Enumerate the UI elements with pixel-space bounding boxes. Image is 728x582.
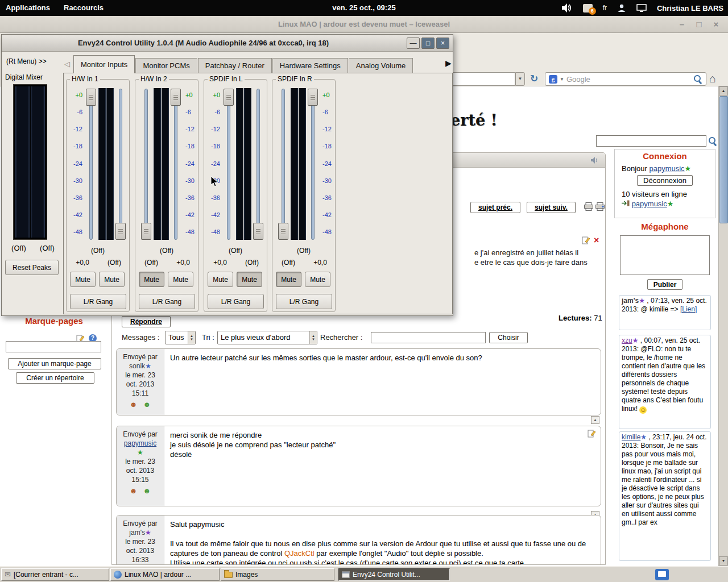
rt-menu-label[interactable]: (Rt Menu) >> [6, 57, 47, 65]
browser-titlebar[interactable]: Linux MAO | ardour est devenu muet – Ice… [0, 16, 728, 33]
screen-icon[interactable] [636, 4, 647, 13]
tab-hardware-settings[interactable]: Hardware Settings [272, 58, 348, 73]
tab-monitor-inputs[interactable]: Monitor Inputs [73, 55, 135, 73]
site-search-icon[interactable] [708, 136, 717, 146]
prev-topic-button[interactable]: sujet préc. [470, 202, 520, 213]
avatar-icon[interactable]: ☻ [143, 400, 151, 409]
left-fader-track[interactable] [89, 89, 93, 240]
megaphone-author-link[interactable]: xzu [622, 336, 632, 344]
next-topic-button[interactable]: sujet suiv. [527, 202, 576, 213]
tab-patchbay-router[interactable]: Patchbay / Router [198, 58, 272, 73]
notification-icon[interactable]: 6 [583, 4, 593, 13]
taskbar-item-courrier[interactable]: ✉ [Courrier entrant - c... [1, 568, 109, 581]
browser-minimize-button[interactable]: – [675, 16, 689, 33]
taskbar-item-images[interactable]: Images [221, 568, 334, 581]
search-input[interactable]: g ▼ Google [545, 72, 706, 86]
sound-toggle-icon[interactable] [590, 156, 599, 164]
left-fader-handle[interactable] [86, 89, 96, 106]
qjackctl-link[interactable]: QJackCtl [284, 549, 315, 558]
lr-gang-button[interactable]: L/R Gang [276, 294, 332, 309]
site-search-input[interactable] [596, 135, 706, 147]
print-icon[interactable] [584, 202, 593, 211]
megaphone-author-link[interactable]: jam's [622, 297, 639, 305]
reload-icon[interactable]: ↻ [528, 73, 540, 85]
close-button[interactable]: × [436, 38, 449, 49]
envy24-titlebar[interactable]: Envy24 Control Utility 1.0.4 (M Audio Au… [2, 35, 453, 52]
author-link[interactable]: papymusic [124, 439, 156, 447]
add-bookmark-button[interactable]: Ajouter un marque-page [8, 358, 101, 369]
choose-button[interactable]: Choisir [489, 332, 528, 343]
bookmark-name-input[interactable] [6, 341, 101, 352]
left-fader-handle[interactable] [278, 223, 288, 240]
tray-icon[interactable] [655, 569, 669, 580]
megaphone-entry-link[interactable]: [Lien] [680, 305, 697, 313]
edit-post-icon[interactable] [582, 236, 590, 244]
logout-button[interactable]: Déconnexion [637, 175, 693, 186]
browser-close-button[interactable]: × [709, 16, 723, 33]
right-mute-button[interactable]: Mute [305, 272, 330, 287]
left-mute-button[interactable]: Mute [276, 272, 301, 287]
taskbar-item-linuxmao[interactable]: Linux MAO | ardour ... [110, 568, 220, 581]
right-fader-track[interactable] [119, 89, 122, 240]
left-mute-button[interactable]: Mute [208, 272, 233, 287]
location-dropdown-icon[interactable]: ▼ [515, 72, 525, 86]
scrollbar-thumb[interactable] [719, 96, 728, 223]
right-fader-handle[interactable] [253, 223, 263, 240]
lr-gang-button[interactable]: L/R Gang [208, 294, 264, 309]
keyboard-layout-indicator[interactable]: fr [603, 4, 607, 12]
create-folder-button[interactable]: Créer un répertoire [16, 372, 94, 384]
delete-post-icon[interactable]: × [594, 236, 599, 245]
home-icon[interactable]: ⌂ [709, 72, 716, 85]
tab-scroll-left-icon[interactable]: ◁ [64, 60, 70, 68]
maximize-button[interactable]: □ [421, 38, 435, 49]
tab-scroll-right-icon[interactable]: ▶ [445, 59, 452, 68]
right-mute-button[interactable]: Mute [168, 272, 193, 287]
right-fader-handle[interactable] [308, 89, 318, 106]
search-in-topic-input[interactable] [371, 332, 486, 343]
scroll-up-button[interactable]: ▲ [719, 86, 728, 95]
avatar-icon[interactable]: ☻ [130, 487, 138, 495]
left-mute-button[interactable]: Mute [70, 272, 96, 287]
sort-select[interactable]: Le plus vieux d'abord ▲▼ [217, 331, 317, 344]
print-preview-icon[interactable] [595, 202, 605, 211]
user-name[interactable]: Christian LE BARS [657, 4, 723, 13]
left-fader-track[interactable] [227, 89, 230, 240]
author-link[interactable]: sonik [129, 362, 145, 370]
volume-icon[interactable] [561, 3, 573, 13]
right-fader-track[interactable] [257, 89, 260, 240]
clock[interactable]: ven. 25 oct., 09:25 [332, 0, 395, 16]
avatar-icon[interactable]: ☻ [143, 487, 151, 495]
author-link[interactable]: jam's [129, 529, 145, 537]
edit-post-icon[interactable] [588, 429, 596, 438]
shortcuts-menu[interactable]: Raccourcis [60, 0, 107, 16]
left-fader-handle[interactable] [141, 223, 151, 240]
right-fader-handle[interactable] [171, 89, 181, 106]
right-mute-button[interactable]: Mute [99, 272, 125, 287]
scroll-down-button[interactable]: ▼ [719, 556, 728, 566]
left-fader-track[interactable] [144, 89, 148, 240]
avatar-icon[interactable]: ☻ [130, 400, 138, 409]
browser-maximize-button[interactable]: □ [692, 16, 706, 33]
right-fader-track[interactable] [174, 89, 177, 240]
megaphone-author-link[interactable]: kimilie [622, 433, 640, 441]
messages-filter-select[interactable]: Tous ▲▼ [165, 331, 196, 344]
vertical-scrollbar[interactable]: ▲ ▼ [718, 86, 728, 566]
left-fader-handle[interactable] [224, 89, 234, 106]
right-fader-handle[interactable] [115, 223, 126, 240]
minimize-button[interactable]: — [407, 38, 420, 49]
taskbar-item-envy24[interactable]: Envy24 Control Utilit... [338, 568, 450, 581]
tab-analog-volume[interactable]: Analog Volume [349, 58, 413, 73]
right-fader-track[interactable] [311, 89, 315, 240]
left-fader-track[interactable] [282, 89, 285, 240]
search-engine-dropdown-icon[interactable]: ▼ [560, 77, 564, 82]
lr-gang-button[interactable]: L/R Gang [70, 294, 126, 309]
reply-button[interactable]: Répondre [122, 316, 171, 327]
search-magnifier-icon[interactable] [693, 74, 702, 84]
publish-button[interactable]: Publier [647, 279, 682, 290]
tab-monitor-pcms[interactable]: Monitor PCMs [135, 58, 197, 73]
online-user-link[interactable]: papymusic [632, 199, 667, 208]
scroll-to-top-icon[interactable]: ▲ [591, 416, 599, 424]
user-link[interactable]: papymusic [649, 164, 684, 173]
applications-menu[interactable]: Applications [2, 0, 53, 16]
user-icon[interactable] [617, 3, 626, 13]
